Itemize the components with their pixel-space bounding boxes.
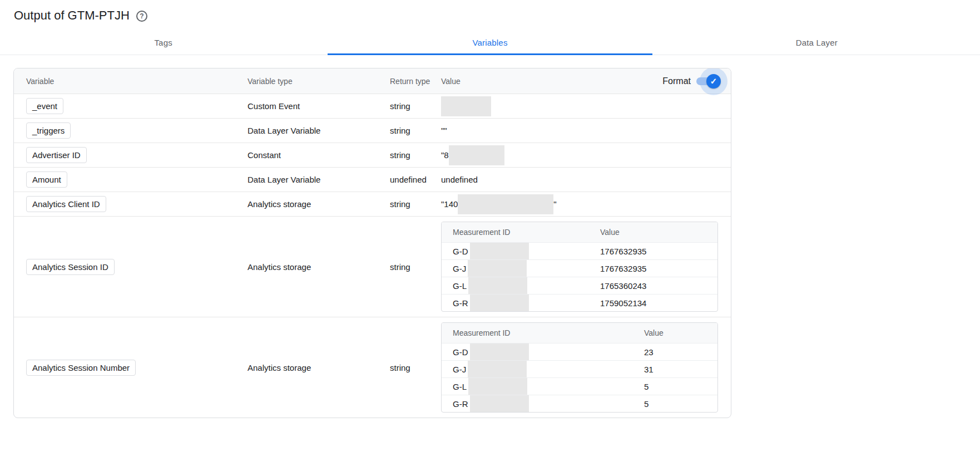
measurement-value-cell: 23 xyxy=(644,344,717,360)
measurement-value-cell: 1765360243 xyxy=(600,277,717,294)
variable-row: Advertiser IDConstantstring"8 xyxy=(14,143,731,167)
return-type-cell: string xyxy=(390,262,441,272)
return-type-cell: undefined xyxy=(390,175,441,184)
measurement-value-cell: 31 xyxy=(644,361,717,377)
measurement-value-cell: 1759052134 xyxy=(600,295,717,311)
redacted-value xyxy=(441,96,491,116)
value-text: "8 xyxy=(441,150,449,160)
tab-bar: Tags Variables Data Layer xyxy=(0,31,980,55)
value-text: "" xyxy=(441,126,447,135)
variable-cell: Analytics Session Number xyxy=(14,360,248,376)
variable-name-chip[interactable]: Amount xyxy=(26,171,67,188)
subtable-row: G-R1759052134 xyxy=(442,294,717,311)
measurement-subtable: Measurement IDValueG-D1767632935G-J17676… xyxy=(441,222,718,312)
tab-tags[interactable]: Tags xyxy=(0,31,326,55)
variable-name-chip[interactable]: _event xyxy=(26,98,63,114)
variables-table-body: _eventCustom Eventstring_triggersData La… xyxy=(14,94,731,418)
variable-name-chip[interactable]: Analytics Client ID xyxy=(26,196,106,212)
variable-name-chip[interactable]: Analytics Session ID xyxy=(26,259,115,275)
variable-name-chip[interactable]: _triggers xyxy=(26,122,71,139)
return-type-cell: string xyxy=(390,101,441,111)
measurement-subtable: Measurement IDValueG-D23G-J31G-L5G-R5 xyxy=(441,322,718,413)
return-type-cell: string xyxy=(390,126,441,135)
value-text: " xyxy=(553,199,556,209)
variable-cell: Analytics Client ID xyxy=(14,196,248,212)
redacted-measurement-id xyxy=(470,344,529,360)
measurement-id-prefix: G-D xyxy=(453,247,468,256)
value-text: undefined xyxy=(441,175,478,184)
subtable-header: Measurement IDValue xyxy=(442,222,717,242)
measurement-value-cell: 5 xyxy=(644,395,717,412)
toggle-thumb: ✓ xyxy=(706,74,721,89)
col-header-variable-type: Variable type xyxy=(248,77,390,86)
variable-row: Analytics Session NumberAnalytics storag… xyxy=(14,317,731,418)
tab-variables[interactable]: Variables xyxy=(326,31,653,55)
subtable-col-value: Value xyxy=(644,323,717,343)
subtable-row: G-R5 xyxy=(442,395,717,412)
help-icon[interactable]: ? xyxy=(136,11,147,22)
value-cell: "140" xyxy=(441,194,731,214)
variable-type-cell: Analytics storage xyxy=(248,199,390,209)
measurement-id-cell: G-D xyxy=(442,243,600,259)
col-header-return-type: Return type xyxy=(390,77,441,86)
variable-cell: _event xyxy=(14,98,248,114)
measurement-id-prefix: G-D xyxy=(453,347,468,357)
redacted-measurement-id xyxy=(468,260,527,277)
variable-type-cell: Custom Event xyxy=(248,101,390,111)
format-label: Format xyxy=(662,76,691,86)
subtable-row: G-L1765360243 xyxy=(442,277,717,294)
variable-type-cell: Analytics storage xyxy=(248,363,390,372)
redacted-measurement-id xyxy=(468,361,527,377)
variable-cell: Advertiser ID xyxy=(14,147,248,163)
redacted-measurement-id xyxy=(468,277,527,294)
value-text: "140 xyxy=(441,199,458,209)
variable-type-cell: Data Layer Variable xyxy=(248,175,390,184)
tab-data-layer[interactable]: Data Layer xyxy=(654,31,980,55)
page-header: Output of GTM-PTJH ? xyxy=(0,0,980,31)
col-header-value: Value xyxy=(441,77,461,86)
variable-type-cell: Analytics storage xyxy=(248,262,390,272)
variable-cell: Amount xyxy=(14,171,248,188)
measurement-id-prefix: G-R xyxy=(453,399,468,409)
redacted-measurement-id xyxy=(470,295,529,311)
variable-type-cell: Constant xyxy=(248,150,390,160)
value-cell: Measurement IDValueG-D1767632935G-J17676… xyxy=(441,217,731,317)
measurement-id-prefix: G-R xyxy=(453,298,468,308)
measurement-value-cell: 1767632935 xyxy=(600,260,717,277)
subtable-row: G-D1767632935 xyxy=(442,242,717,259)
value-cell: undefined xyxy=(441,175,731,184)
variable-name-chip[interactable]: Analytics Session Number xyxy=(26,360,136,376)
subtable-header: Measurement IDValue xyxy=(442,323,717,343)
redacted-value xyxy=(458,194,553,214)
redacted-measurement-id xyxy=(468,378,527,395)
format-control: Format ✓ xyxy=(662,68,725,94)
measurement-id-cell: G-R xyxy=(442,295,600,311)
measurement-id-prefix: G-L xyxy=(453,281,467,291)
redacted-value xyxy=(449,145,504,165)
check-icon: ✓ xyxy=(710,76,717,86)
subtable-row: G-J1767632935 xyxy=(442,259,717,277)
value-cell: Measurement IDValueG-D23G-J31G-L5G-R5 xyxy=(441,317,731,418)
measurement-id-cell: G-R xyxy=(442,395,644,412)
subtable-col-measurement-id: Measurement ID xyxy=(442,222,600,242)
col-header-value-wrap: Value Format ✓ xyxy=(441,68,731,94)
return-type-cell: string xyxy=(390,363,441,372)
measurement-id-prefix: G-L xyxy=(453,382,467,391)
redacted-measurement-id xyxy=(470,395,529,412)
subtable-row: G-L5 xyxy=(442,377,717,395)
measurement-value-cell: 5 xyxy=(644,378,717,395)
variable-row: _triggersData Layer Variablestring"" xyxy=(14,118,731,143)
measurement-id-cell: G-D xyxy=(442,344,644,360)
variable-row: Analytics Session IDAnalytics storagestr… xyxy=(14,216,731,317)
measurement-id-cell: G-L xyxy=(442,378,644,395)
variable-row: AmountData Layer Variableundefinedundefi… xyxy=(14,167,731,192)
variable-name-chip[interactable]: Advertiser ID xyxy=(26,147,87,163)
format-toggle[interactable]: ✓ xyxy=(693,68,725,94)
measurement-id-cell: G-J xyxy=(442,260,600,277)
subtable-col-value: Value xyxy=(600,222,717,242)
value-cell: "" xyxy=(441,126,731,135)
variables-table: Variable Variable type Return type Value… xyxy=(13,68,731,418)
variable-row: _eventCustom Eventstring xyxy=(14,94,731,118)
measurement-id-cell: G-J xyxy=(442,361,644,377)
measurement-value-cell: 1767632935 xyxy=(600,243,717,259)
